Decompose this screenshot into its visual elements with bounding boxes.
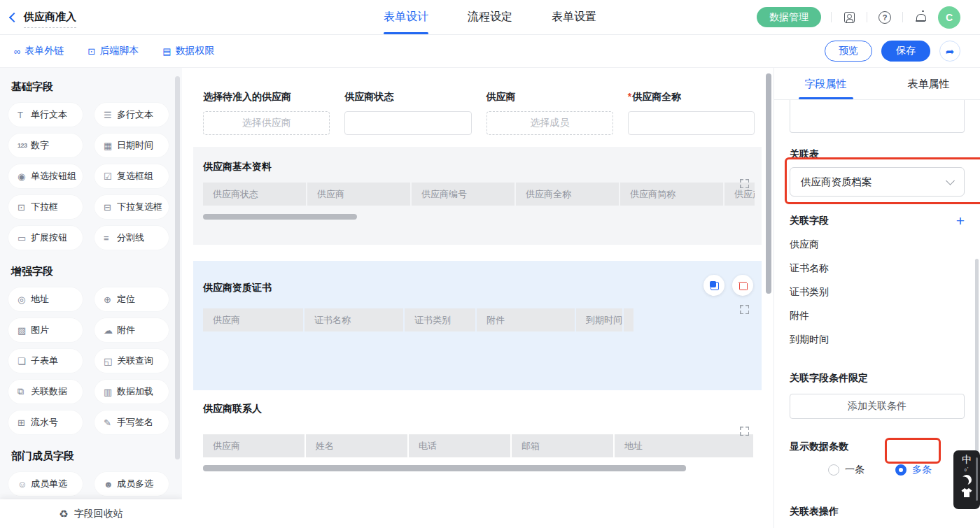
subform-title: 供应商联系人 <box>203 403 755 415</box>
multi-line-text-icon: ☰ <box>104 110 117 120</box>
add-condition-button[interactable]: 添加关联条件 <box>790 394 965 419</box>
back-button[interactable] <box>0 0 24 35</box>
radio-option-single[interactable]: 一条 <box>828 464 864 476</box>
tab-form-setting[interactable]: 表单设置 <box>552 0 596 35</box>
horizontal-scrollbar[interactable] <box>203 214 357 220</box>
related-field-item[interactable]: 证书类别 <box>790 286 965 299</box>
sidebar-section-enhanced: 增强字段 ◎ 地址 ⊕ 定位 ▨ 图片 <box>8 265 174 434</box>
supplier-status-input[interactable] <box>344 111 471 135</box>
delete-field-button[interactable] <box>732 275 753 296</box>
field-supplier-full-name[interactable]: *供应商全称 <box>628 91 755 135</box>
sidebar-field-item[interactable]: ✎ 手写签名 <box>94 411 169 434</box>
data-manage-button[interactable]: 数据管理 <box>757 7 821 27</box>
tab-form-properties[interactable]: 表单属性 <box>877 68 980 99</box>
member-picker-input[interactable]: 选择成员 <box>486 111 613 135</box>
sidebar-field-item[interactable]: ☑ 复选框组 <box>94 164 169 188</box>
related-field-item[interactable]: 证书名称 <box>790 262 965 275</box>
back-chevron-icon <box>9 12 19 22</box>
expand-icon[interactable] <box>740 305 749 314</box>
tab-form-design[interactable]: 表单设计 <box>384 0 428 35</box>
sidebar-field-item[interactable]: ⊕ 定位 <box>94 287 169 311</box>
copy-icon <box>710 281 719 290</box>
related-table-label: 关联表 <box>790 148 965 161</box>
serial-number-icon: ⊞ <box>18 418 31 428</box>
user-avatar[interactable]: C <box>938 6 960 29</box>
subform-column-header: 证书类别 <box>405 308 475 331</box>
sidebar-field-item[interactable]: T 单行文本 <box>8 103 83 127</box>
sidebar-field-item[interactable]: ▨ 图片 <box>8 318 83 342</box>
sidebar-field-item[interactable]: ≡ 分割线 <box>94 226 169 250</box>
expand-icon[interactable] <box>740 427 749 436</box>
related-field-item[interactable]: 供应商 <box>790 238 965 251</box>
share-button[interactable]: ➦ <box>939 41 960 62</box>
form-title[interactable]: 供应商准入 <box>24 10 76 28</box>
checkbox-group-icon: ☑ <box>104 171 117 182</box>
add-related-field-icon[interactable]: + <box>956 215 965 227</box>
help-icon[interactable]: ? <box>877 10 892 25</box>
sidebar-field-item[interactable]: ☁ 附件 <box>94 318 169 342</box>
top-fields-row: 选择待准入的供应商 选择供应商 供应商状态 供应商 选择成员 *供应商全称 <box>203 91 755 135</box>
shirt-icon[interactable] <box>961 488 972 497</box>
sidebar-field-item[interactable]: ⊟ 下拉复选框 <box>94 195 169 219</box>
ime-widget[interactable]: 中 ₒ' <box>953 450 980 509</box>
subform-column-header: 地址 <box>615 434 753 457</box>
canvas-vertical-scrollbar[interactable] <box>766 73 771 294</box>
location-icon: ⊕ <box>104 294 117 305</box>
form-external-link[interactable]: ∞ 表单外链 <box>14 45 64 57</box>
sidebar-field-item[interactable]: ☻ 成员多选 <box>94 472 169 496</box>
ime-handle[interactable] <box>976 457 978 501</box>
sidebar-field-item[interactable]: ⊞ 流水号 <box>8 411 83 434</box>
supplier-full-name-input[interactable] <box>628 111 755 135</box>
horizontal-scrollbar[interactable] <box>203 465 686 471</box>
sidebar-field-item[interactable]: ☰ 多行文本 <box>94 103 169 127</box>
subform-supplier-contacts[interactable]: 供应商联系人 供应商姓名电话邮箱地址 <box>193 397 762 492</box>
sidebar-field-item[interactable]: ◉ 单选按钮组 <box>8 164 83 188</box>
subform-supplier-basic-info[interactable]: 供应商基本资料 供应商状态供应商供应商编号供应商全称供应商简称供应产 <box>193 147 762 245</box>
radio-group-icon: ◉ <box>18 171 31 182</box>
main-tabs: 表单设计 流程设定 表单设置 <box>384 0 596 35</box>
moon-icon[interactable] <box>962 475 972 485</box>
sidebar-field-item[interactable]: ☺ 成员单选 <box>8 472 83 496</box>
radio-option-multiple[interactable]: 多条 <box>895 464 932 476</box>
subform-column-header: 供应商简称 <box>620 183 723 206</box>
sidebar-field-item[interactable]: ▥ 数据加载 <box>94 380 169 404</box>
field-title-input-partial[interactable] <box>790 100 965 133</box>
sidebar-field-item[interactable]: ⊡ 下拉框 <box>8 195 83 219</box>
save-button[interactable]: 保存 <box>881 41 930 62</box>
related-table-select[interactable]: 供应商资质档案 <box>790 167 965 197</box>
address-book-icon[interactable] <box>841 10 857 25</box>
field-select-pending-supplier[interactable]: 选择待准入的供应商 选择供应商 <box>203 91 330 135</box>
single-line-text-icon: T <box>18 110 31 120</box>
sidebar-field-item[interactable]: ❏ 子表单 <box>8 349 83 373</box>
supplier-picker-input[interactable]: 选择供应商 <box>203 111 330 135</box>
related-field-item[interactable]: 到期时间 <box>790 334 965 346</box>
divider-icon: ≡ <box>104 233 117 243</box>
select-icon: ⊡ <box>18 202 31 213</box>
sidebar-field-item[interactable]: ▭ 扩展按钮 <box>8 226 83 250</box>
number-icon: 123 <box>18 142 31 149</box>
related-field-item[interactable]: 附件 <box>790 310 965 322</box>
sidebar-field-item[interactable]: ▦ 日期时间 <box>94 134 169 157</box>
expand-icon[interactable] <box>740 179 749 188</box>
field-supplier-status[interactable]: 供应商状态 <box>344 91 471 135</box>
sidebar-field-item[interactable]: ⧉ 关联数据 <box>8 380 83 404</box>
subform-column-header: 供应商全称 <box>516 183 619 206</box>
field-supplier[interactable]: 供应商 选择成员 <box>486 91 613 135</box>
field-recycle-bin[interactable]: ♻ 字段回收站 <box>0 499 182 528</box>
sidebar-field-item[interactable]: ◎ 地址 <box>8 287 83 311</box>
sidebar-field-item[interactable]: ◱ 关联查询 <box>94 349 169 373</box>
preview-button[interactable]: 预览 <box>825 41 872 62</box>
notification-bell-icon[interactable] <box>913 10 928 25</box>
subform-column-header: 到期时间 <box>576 308 622 331</box>
tab-flow-setting[interactable]: 流程设定 <box>468 0 512 35</box>
copy-field-button[interactable] <box>704 275 724 296</box>
backend-script-link[interactable]: ⊡ 后端脚本 <box>88 45 139 57</box>
sidebar-field-item[interactable]: 123 数字 <box>8 134 83 157</box>
ime-language-indicator[interactable]: 中 <box>962 454 972 465</box>
subform-supplier-certificates-selected[interactable]: 供应商资质证书 供应商证书名称证书类别附件到期时间 <box>193 261 762 390</box>
subform-column-header: 证书名称 <box>304 308 403 331</box>
ime-punctuation-indicator[interactable]: ₒ' <box>965 466 969 471</box>
tab-field-properties[interactable]: 字段属性 <box>774 68 877 99</box>
data-permission-link[interactable]: ▤ 数据权限 <box>162 45 214 57</box>
sidebar-scrollbar[interactable] <box>175 76 180 459</box>
